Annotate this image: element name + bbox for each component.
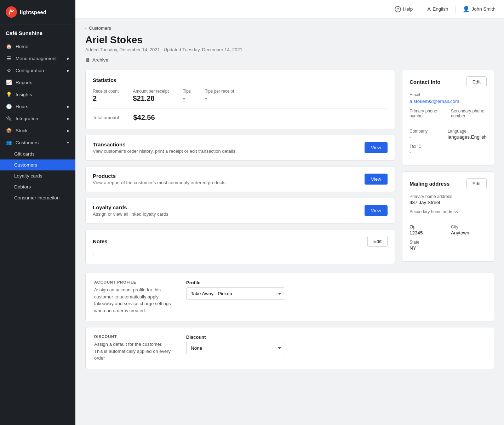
archive-button[interactable]: 🗑 Archive: [85, 57, 108, 63]
main-area: ? Help A English 👤 John Smith ‹ Customer…: [75, 0, 504, 425]
mailing-address-edit-button[interactable]: Edit: [466, 178, 487, 189]
contact-info-edit-button[interactable]: Edit: [466, 76, 487, 87]
archive-label: Archive: [92, 57, 108, 63]
city-value: Anytown: [451, 230, 487, 235]
sidebar: lightspeed Café Sunshine 🏠 Home ☰ Menu m…: [0, 0, 75, 425]
loyalty-cards-description: Assign or view all linked loyalty cards: [93, 211, 168, 217]
contact-language-field: Language languages.English: [448, 129, 487, 140]
sidebar-item-menu-mgmt[interactable]: ☰ Menu management ▶: [0, 52, 75, 64]
tips-label: Tips: [183, 89, 191, 94]
loyalty-cards-view-button[interactable]: View: [365, 205, 388, 216]
products-description: View a report of the customer's most com…: [93, 180, 225, 185]
primary-phone-value: -: [410, 119, 445, 124]
insights-icon: 💡: [6, 92, 12, 97]
content-inner: ‹ Customers Ariel Stokes Added Tuesday, …: [75, 18, 504, 382]
breadcrumb-label: Customers: [89, 25, 111, 31]
loyalty-cards-info: Loyalty cards Assign or view all linked …: [93, 204, 168, 217]
statistics-total-row: Total amount $42.56: [93, 108, 388, 122]
side-column: Contact Info Edit Email a.stokes92@email…: [402, 70, 494, 262]
stat-amount-per-receipt: Amount per receipt $21.28: [133, 89, 168, 103]
user-menu[interactable]: 👤 John Smith: [463, 6, 496, 12]
sidebar-item-hours[interactable]: 🕐 Hours ▶: [0, 100, 75, 112]
help-button[interactable]: ? Help: [395, 6, 413, 12]
main-column: Statistics Receipt count 2 Amount per re…: [85, 70, 395, 264]
sidebar-item-home-label: Home: [16, 44, 28, 49]
page-subtitle: Added Tuesday, December 14, 2021 · Updat…: [85, 47, 494, 52]
state-field: State NY: [410, 240, 487, 251]
sidebar-item-integration[interactable]: 🔌 Integration ▶: [0, 112, 75, 124]
sidebar-item-reports[interactable]: 📈 Reports: [0, 76, 75, 88]
help-label: Help: [403, 6, 413, 12]
sidebar-item-consumer-interaction-label: Consumer interaction: [14, 195, 59, 200]
sidebar-item-customers-parent[interactable]: 👥 Customers ▼: [0, 136, 75, 149]
statistics-title: Statistics: [93, 77, 388, 83]
secondary-phone-value: -: [451, 119, 487, 124]
zip-value: 12345: [410, 230, 445, 235]
zip-field: Zip 12345: [410, 225, 445, 235]
sidebar-item-stock[interactable]: 📦 Stock ▶: [0, 124, 75, 136]
sidebar-item-gift-cards[interactable]: Gift cards: [0, 149, 75, 159]
integration-icon: 🔌: [6, 116, 12, 121]
statistics-top-row: Receipt count 2 Amount per receipt $21.2…: [93, 89, 388, 103]
products-title: Products: [93, 173, 225, 179]
contact-email-label: Email: [410, 92, 487, 97]
account-profile-desc: ACCOUNT PROFILE Assign an account profil…: [94, 280, 172, 314]
loyalty-cards-card: Loyalty cards Assign or view all linked …: [85, 198, 395, 223]
products-view-button[interactable]: View: [365, 174, 388, 185]
language-label: English: [433, 6, 448, 12]
transactions-view-button[interactable]: View: [365, 142, 388, 153]
notes-content: -: [93, 252, 388, 257]
stat-receipt-count: Receipt count 2: [93, 89, 119, 103]
sidebar-item-configuration-label: Configuration: [16, 68, 44, 73]
tips-per-receipt-label: Tips per receipt: [205, 89, 234, 94]
sidebar-item-menu-mgmt-label: Menu management: [16, 56, 57, 61]
sidebar-item-customers[interactable]: Customers: [0, 159, 75, 170]
sidebar-item-insights-label: Insights: [16, 92, 32, 97]
language-icon: A: [427, 6, 431, 12]
total-amount-label: Total amount: [93, 115, 119, 120]
notes-title: Notes: [93, 238, 108, 244]
sidebar-item-insights[interactable]: 💡 Insights: [0, 88, 75, 100]
primary-address-value: 987 Jay Street: [410, 200, 487, 205]
contact-tax-id-field: Tax ID -: [410, 144, 487, 155]
mailing-address-header: Mailing address Edit: [410, 178, 487, 189]
primary-phone-label: Primary phone number: [410, 109, 445, 118]
menu-mgmt-arrow-icon: ▶: [67, 57, 70, 60]
zip-label: Zip: [410, 225, 445, 229]
discount-desc: DISCOUNT Assign a default for the custom…: [94, 334, 172, 362]
discount-select[interactable]: None: [186, 342, 285, 354]
sidebar-logo: lightspeed: [0, 0, 75, 24]
receipt-count-label: Receipt count: [93, 89, 119, 94]
tips-per-receipt-value: -: [205, 94, 234, 103]
sidebar-item-stock-label: Stock: [16, 128, 28, 133]
breadcrumb-arrow-icon: ‹: [85, 26, 87, 31]
home-icon: 🏠: [6, 43, 12, 49]
secondary-phone-label: Secondary phone number: [451, 109, 487, 118]
sidebar-item-consumer-interaction[interactable]: Consumer interaction: [0, 192, 75, 203]
contact-email-value[interactable]: a.stokes92@email.com: [410, 99, 459, 104]
sidebar-item-debtors[interactable]: Debtors: [0, 181, 75, 192]
sidebar-item-configuration[interactable]: ⚙ Configuration ▶: [0, 64, 75, 76]
account-profile-control: Profile Take Away - Pickup Dine In Deliv…: [186, 280, 485, 300]
mailing-address-card: Mailing address Edit Primary home addres…: [402, 171, 494, 262]
sidebar-item-loyalty-cards[interactable]: Loyalty cards: [0, 170, 75, 181]
topbar-divider-1: [420, 6, 420, 13]
contact-phone-row: Primary phone number - Secondary phone n…: [410, 109, 487, 129]
notes-edit-button[interactable]: Edit: [367, 236, 388, 247]
statistics-card: Statistics Receipt count 2 Amount per re…: [85, 70, 395, 129]
products-card: Products View a report of the customer's…: [85, 166, 395, 192]
account-profile-inner: ACCOUNT PROFILE Assign an account profil…: [94, 280, 485, 314]
state-value: NY: [410, 245, 487, 251]
contact-email-field: Email a.stokes92@email.com: [410, 92, 487, 104]
profile-select-label: Profile: [186, 280, 485, 285]
language-selector[interactable]: A English: [427, 6, 448, 12]
company-label: Company: [410, 129, 442, 134]
sidebar-item-loyalty-cards-label: Loyalty cards: [14, 173, 42, 179]
tips-value: -: [183, 94, 191, 103]
secondary-address-field: Secondary home address -: [410, 209, 487, 220]
topbar: ? Help A English 👤 John Smith: [75, 0, 504, 18]
stock-icon: 📦: [6, 128, 12, 133]
breadcrumb[interactable]: ‹ Customers: [85, 25, 494, 31]
profile-select[interactable]: Take Away - Pickup Dine In Delivery: [186, 287, 285, 300]
sidebar-item-home[interactable]: 🏠 Home: [0, 40, 75, 52]
